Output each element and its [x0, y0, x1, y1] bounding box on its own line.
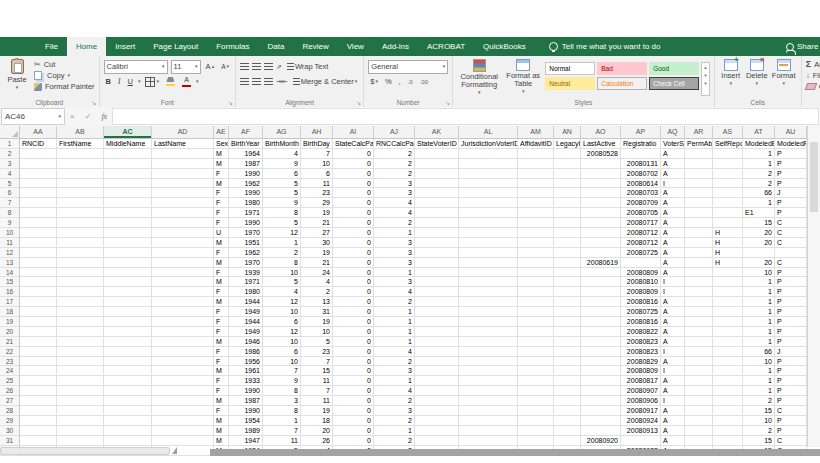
cell-AT13[interactable]: 20: [743, 258, 775, 268]
cell-AR31[interactable]: [685, 436, 713, 446]
cell-AP10[interactable]: 20080712: [621, 228, 661, 238]
cell-AT26[interactable]: 1: [743, 386, 775, 396]
cell-AH23[interactable]: 7: [301, 357, 333, 367]
align-right-icon[interactable]: [264, 78, 273, 85]
cell-AB30[interactable]: [57, 426, 104, 436]
tab-formulas[interactable]: Formulas: [207, 37, 258, 56]
cell-AB14[interactable]: [57, 268, 104, 278]
cell-AN3[interactable]: [554, 159, 581, 169]
font-size-select[interactable]: 11 ▾: [171, 60, 201, 74]
column-header-AT[interactable]: AT: [743, 126, 775, 139]
paste-button[interactable]: Paste ▾: [4, 59, 30, 92]
cell-AL3[interactable]: [459, 159, 518, 169]
cell-AR19[interactable]: [685, 317, 713, 327]
cell-AD23[interactable]: [152, 357, 214, 367]
cell-AU24[interactable]: P: [775, 366, 807, 376]
column-header-AL[interactable]: AL: [459, 126, 518, 139]
cell-AI31[interactable]: 0: [333, 436, 374, 446]
tab-view[interactable]: View: [338, 37, 373, 56]
cell-AC21[interactable]: [104, 337, 152, 347]
tab-page-layout[interactable]: Page Layout: [144, 37, 207, 56]
format-as-table-button[interactable]: Format as Table ▾: [501, 59, 545, 96]
cell-AF26[interactable]: 1990: [229, 386, 263, 396]
cell-AU27[interactable]: P: [775, 396, 807, 406]
cell-AJ19[interactable]: 1: [374, 317, 415, 327]
cell-AC23[interactable]: [104, 357, 152, 367]
cell-AL11[interactable]: [459, 238, 518, 248]
cell-AF10[interactable]: 1970: [229, 228, 263, 238]
cell-AB3[interactable]: [57, 159, 104, 169]
cell-AP29[interactable]: 20080924: [621, 416, 661, 426]
cell-AQ5[interactable]: I: [661, 179, 685, 189]
cell-AD14[interactable]: [152, 268, 214, 278]
row-header-3[interactable]: 3: [0, 159, 20, 169]
cell-AD2[interactable]: [152, 149, 214, 159]
cell-AT17[interactable]: 1: [743, 297, 775, 307]
cell-AU2[interactable]: P: [775, 149, 807, 159]
cell-AB8[interactable]: [57, 208, 104, 218]
cell-AT14[interactable]: 10: [743, 268, 775, 278]
cell-AN8[interactable]: [554, 208, 581, 218]
cell-AD18[interactable]: [152, 307, 214, 317]
row-header-5[interactable]: 5: [0, 179, 20, 189]
cell-AB27[interactable]: [57, 396, 104, 406]
tab-data[interactable]: Data: [259, 37, 294, 56]
cell-AI10[interactable]: 0: [333, 228, 374, 238]
cell-AE8[interactable]: F: [214, 208, 229, 218]
cell-AH26[interactable]: 7: [301, 386, 333, 396]
cell-AK7[interactable]: [415, 198, 459, 208]
style-chip-good[interactable]: Good: [649, 62, 699, 75]
cell-AP22[interactable]: 20080823: [621, 347, 661, 357]
cell-AO31[interactable]: 20080920: [581, 436, 621, 446]
cell-AF24[interactable]: 1961: [229, 366, 263, 376]
cell-AC5[interactable]: [104, 179, 152, 189]
column-header-AI[interactable]: AI: [333, 126, 374, 139]
cell-AT10[interactable]: 20: [743, 228, 775, 238]
cell-AP11[interactable]: 20080712: [621, 238, 661, 248]
cell-AG21[interactable]: 10: [263, 337, 301, 347]
cell-AS10[interactable]: H: [713, 228, 743, 238]
cell-AJ21[interactable]: 1: [374, 337, 415, 347]
cell-AG26[interactable]: 8: [263, 386, 301, 396]
cell-AM10[interactable]: [518, 228, 554, 238]
align-top-icon[interactable]: [240, 63, 249, 70]
cell-AS27[interactable]: [713, 396, 743, 406]
cell-AQ27[interactable]: I: [661, 396, 685, 406]
cell-AH3[interactable]: 10: [301, 159, 333, 169]
cell-AB28[interactable]: [57, 406, 104, 416]
fill-button[interactable]: ↓ Fill ▾: [806, 70, 820, 81]
cell-AO5[interactable]: [581, 179, 621, 189]
cell-AQ8[interactable]: A: [661, 208, 685, 218]
cell-AR2[interactable]: [685, 149, 713, 159]
cell-AA17[interactable]: [20, 297, 57, 307]
cell-AL19[interactable]: [459, 317, 518, 327]
cell-AO3[interactable]: [581, 159, 621, 169]
cell-AN31[interactable]: [554, 436, 581, 446]
cell-AR6[interactable]: [685, 188, 713, 198]
cell-AA31[interactable]: [20, 436, 57, 446]
cell-AR7[interactable]: [685, 198, 713, 208]
cell-AG14[interactable]: 10: [263, 268, 301, 278]
cell-AF23[interactable]: 1956: [229, 357, 263, 367]
cell-AL10[interactable]: [459, 228, 518, 238]
cell-AS20[interactable]: [713, 327, 743, 337]
cell-AA5[interactable]: [20, 179, 57, 189]
column-header-AU[interactable]: AU: [775, 126, 807, 139]
cell-AG1[interactable]: BirthMonth: [263, 139, 301, 149]
cell-AA6[interactable]: [20, 188, 57, 198]
cell-AK12[interactable]: [415, 248, 459, 258]
cell-AP30[interactable]: 20080913: [621, 426, 661, 436]
cell-AC17[interactable]: [104, 297, 152, 307]
cell-AM17[interactable]: [518, 297, 554, 307]
cell-AQ14[interactable]: A: [661, 268, 685, 278]
cell-AI15[interactable]: 0: [333, 277, 374, 287]
cell-AC15[interactable]: [104, 277, 152, 287]
cell-AT15[interactable]: 1: [743, 277, 775, 287]
cell-AO2[interactable]: 20080528: [581, 149, 621, 159]
column-header-AA[interactable]: AA: [20, 126, 57, 139]
cell-AH6[interactable]: 23: [301, 188, 333, 198]
cell-AF5[interactable]: 1962: [229, 179, 263, 189]
cell-AI9[interactable]: 0: [333, 218, 374, 228]
cell-AJ13[interactable]: 3: [374, 258, 415, 268]
cell-AS25[interactable]: [713, 376, 743, 386]
